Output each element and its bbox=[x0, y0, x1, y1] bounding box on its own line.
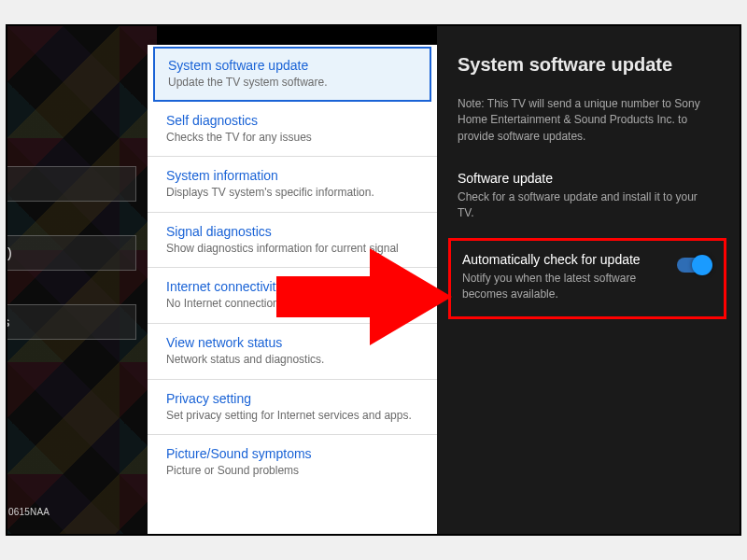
page-title: System software update bbox=[458, 54, 715, 76]
menu-item-picture-sound[interactable]: Picture/Sound symptoms Picture or Sound … bbox=[148, 435, 437, 490]
menu-item-title: Signal diagnostics bbox=[166, 224, 420, 239]
menu-item-desc: Displays TV system's specific informatio… bbox=[166, 186, 420, 201]
menu-item-system-information[interactable]: System information Displays TV system's … bbox=[148, 157, 437, 213]
sidebar-item[interactable]: p Guide) bbox=[6, 235, 136, 271]
menu-item-desc: Checks the TV for any issues bbox=[166, 131, 420, 146]
menu-item-title: System software update bbox=[168, 58, 416, 73]
sidebar-item-label: gnostics bbox=[6, 315, 9, 329]
menu-item-desc: Update the TV system software. bbox=[168, 76, 416, 91]
menu-item-title: System information bbox=[166, 168, 420, 183]
menu-item-view-network-status[interactable]: View network status Network status and d… bbox=[148, 324, 437, 380]
menu-item-desc: Picture or Sound problems bbox=[166, 464, 420, 479]
left-sidebar-partial: rmation p Guide) gnostics .4770.0615NAA bbox=[7, 26, 157, 534]
detail-panel: System software update Note: This TV wil… bbox=[437, 26, 740, 534]
section-title: Automatically check for update bbox=[462, 252, 671, 267]
menu-item-self-diagnostics[interactable]: Self diagnostics Checks the TV for any i… bbox=[148, 102, 437, 158]
menu-item-desc: Network status and diagnostics. bbox=[166, 353, 420, 368]
settings-menu-panel: System software update Update the TV sys… bbox=[148, 45, 437, 534]
version-text: .4770.0615NAA bbox=[6, 507, 49, 517]
settings-menu-list: System software update Update the TV sys… bbox=[148, 47, 437, 490]
menu-item-privacy-setting[interactable]: Privacy setting Set privacy setting for … bbox=[148, 380, 437, 436]
section-desc: Notify you when the latest software beco… bbox=[462, 271, 671, 302]
menu-item-internet-connectivity[interactable]: Internet connectivity symptoms No Intern… bbox=[148, 268, 437, 324]
sidebar-item-label: p Guide) bbox=[6, 245, 12, 260]
sidebar-item[interactable]: gnostics bbox=[6, 304, 136, 340]
sidebar-item[interactable]: rmation bbox=[6, 166, 136, 202]
menu-item-desc: Show diagnostics information for current… bbox=[166, 242, 420, 257]
menu-item-title: Picture/Sound symptoms bbox=[166, 446, 420, 461]
note-text: Note: This TV will send a unique number … bbox=[458, 96, 715, 145]
tv-settings-frame: rmation p Guide) gnostics .4770.0615NAA … bbox=[6, 24, 741, 536]
auto-check-toggle[interactable] bbox=[677, 258, 711, 273]
section-desc: Check for a software update and install … bbox=[458, 189, 715, 221]
menu-item-signal-diagnostics[interactable]: Signal diagnostics Show diagnostics info… bbox=[148, 213, 437, 269]
menu-item-system-software-update[interactable]: System software update Update the TV sys… bbox=[153, 47, 431, 102]
software-update-row[interactable]: Software update Check for a software upd… bbox=[458, 169, 715, 223]
menu-item-title: Self diagnostics bbox=[166, 113, 420, 128]
menu-item-title: Internet connectivity symptoms bbox=[166, 279, 420, 294]
menu-item-title: View network status bbox=[166, 335, 420, 350]
toggle-knob bbox=[692, 255, 712, 275]
auto-check-row-highlighted[interactable]: Automatically check for update Notify yo… bbox=[448, 238, 726, 320]
section-title: Software update bbox=[458, 171, 715, 186]
menu-item-desc: Set privacy setting for Internet service… bbox=[166, 409, 420, 424]
menu-item-title: Privacy setting bbox=[166, 391, 420, 406]
menu-item-desc: No Internet connection bbox=[166, 297, 420, 312]
